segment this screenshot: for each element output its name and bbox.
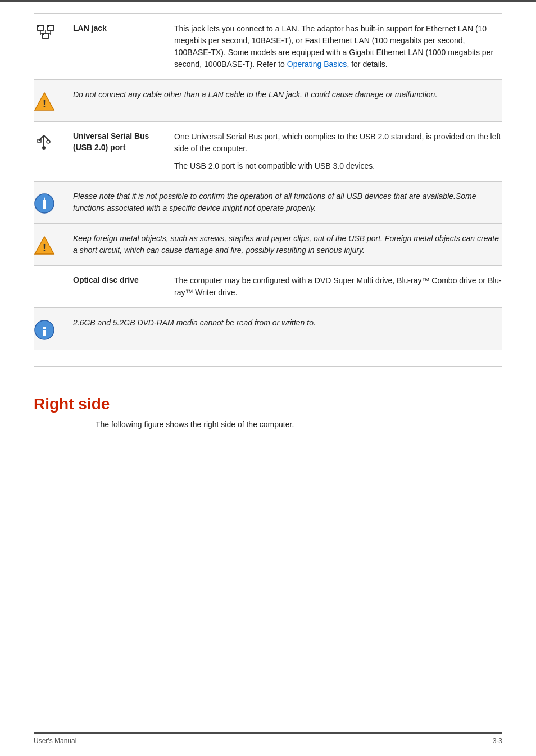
lan-icon-cell	[34, 23, 73, 46]
lan-warning-row: ! Do not connect any cable other than a …	[34, 79, 502, 121]
usb-warning-icon-cell: !	[34, 233, 73, 256]
operating-basics-link[interactable]: Operating Basics	[287, 60, 347, 69]
info-icon: i	[34, 193, 55, 214]
page: LAN jack This jack lets you connect to a…	[0, 0, 536, 756]
usb-info-text: Please note that it is not possible to c…	[73, 191, 502, 214]
content-area: LAN jack This jack lets you connect to a…	[0, 2, 536, 464]
svg-rect-22	[43, 203, 46, 209]
usb-desc: One Universal Serial Bus port, which com…	[174, 131, 502, 172]
usb-warning-row: ! Keep foreign metal objects, such as sc…	[34, 223, 502, 265]
usb-warning-text: Keep foreign metal objects, such as scre…	[73, 233, 502, 256]
usb-desc-para1: One Universal Serial Bus port, which com…	[174, 131, 502, 155]
optical-desc: The computer may be configured with a DV…	[174, 275, 502, 298]
usb-icon-cell	[34, 131, 73, 152]
lan-jack-desc: This jack lets you connect to a LAN. The…	[174, 23, 502, 70]
lan-warning-icon-cell: !	[34, 89, 73, 112]
usb-label: Universal Serial Bus (USB 2.0) port	[73, 131, 174, 153]
optical-desc-para1: The computer may be configured with a DV…	[174, 275, 502, 298]
svg-text:!: !	[43, 242, 46, 253]
optical-row: Optical disc drive The computer may be c…	[34, 265, 502, 307]
lan-jack-row: LAN jack This jack lets you connect to a…	[34, 13, 502, 79]
svg-point-17	[47, 140, 50, 143]
svg-rect-23	[43, 200, 46, 203]
svg-line-15	[44, 135, 48, 140]
footer-left: User's Manual	[34, 737, 76, 745]
footer-right: 3-3	[493, 737, 502, 745]
lan-jack-label: LAN jack	[73, 23, 174, 34]
usb-desc-para2: The USB 2.0 port is not compatible with …	[174, 160, 502, 172]
svg-rect-27	[43, 330, 46, 336]
right-side-heading: Right side	[34, 395, 502, 413]
usb-row: Universal Serial Bus (USB 2.0) port One …	[34, 121, 502, 181]
optical-label: Optical disc drive	[73, 275, 174, 286]
svg-rect-1	[37, 25, 39, 27]
info-icon-2	[34, 319, 55, 341]
lan-warning-text: Do not connect any cable other than a LA…	[73, 89, 502, 101]
warning-icon-2: !	[34, 235, 55, 256]
svg-rect-28	[43, 327, 46, 329]
usb-icon	[34, 132, 54, 152]
lan-icon	[34, 24, 57, 46]
svg-point-18	[42, 146, 46, 150]
page-footer: User's Manual 3-3	[34, 732, 502, 745]
svg-rect-3	[47, 25, 49, 27]
dvdram-info-icon-cell	[34, 317, 73, 341]
right-side-intro: The following figure shows the right sid…	[96, 419, 502, 431]
dvdram-info-row: 2.6GB and 5.2GB DVD-RAM media cannot be …	[34, 307, 502, 350]
optical-icon-cell	[34, 275, 73, 276]
svg-text:!: !	[43, 98, 46, 110]
warning-icon: !	[34, 91, 55, 112]
dvdram-info-text: 2.6GB and 5.2GB DVD-RAM media cannot be …	[73, 317, 502, 329]
usb-info-row: i Please note that it is not possible to…	[34, 181, 502, 223]
usb-info-icon-cell: i	[34, 191, 73, 214]
